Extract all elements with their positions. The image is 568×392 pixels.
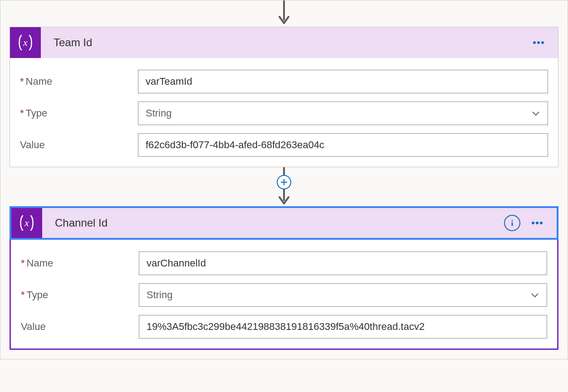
card-body: *Name *Type String Value bbox=[11, 240, 557, 348]
field-label-type: *Type bbox=[21, 289, 139, 301]
svg-point-4 bbox=[541, 41, 544, 44]
type-select[interactable]: String bbox=[139, 283, 547, 307]
svg-point-11 bbox=[532, 222, 534, 224]
svg-rect-10 bbox=[512, 223, 513, 226]
flow-connector bbox=[10, 167, 558, 206]
field-label-value: Value bbox=[21, 321, 139, 333]
add-step-button[interactable] bbox=[277, 175, 291, 189]
more-horizontal-icon bbox=[532, 36, 545, 49]
more-horizontal-icon bbox=[530, 216, 544, 230]
card-title: Channel Id bbox=[55, 217, 504, 229]
info-button[interactable] bbox=[504, 215, 520, 231]
field-label-name: *Name bbox=[20, 76, 138, 87]
card-body: *Name *Type String Value bbox=[10, 58, 558, 167]
value-input[interactable] bbox=[138, 133, 548, 157]
info-icon bbox=[508, 218, 517, 227]
svg-text:x: x bbox=[23, 37, 28, 48]
card-header-channel-id[interactable]: x Channel Id bbox=[10, 206, 558, 240]
variable-icon: x bbox=[10, 27, 41, 58]
card-header-team-id[interactable]: x Team Id bbox=[10, 27, 558, 58]
plus-icon bbox=[280, 179, 288, 186]
field-label-name: *Name bbox=[21, 257, 139, 269]
name-input[interactable] bbox=[139, 252, 547, 275]
type-select[interactable]: String bbox=[138, 102, 548, 125]
field-label-type: *Type bbox=[20, 107, 138, 119]
value-input[interactable] bbox=[139, 315, 547, 339]
arrow-down-icon bbox=[277, 0, 291, 27]
svg-point-2 bbox=[533, 41, 536, 44]
variable-card-team-id: x Team Id *Name bbox=[10, 27, 558, 167]
name-input[interactable] bbox=[138, 70, 548, 93]
flow-arrow bbox=[10, 0, 558, 27]
flow-canvas: x Team Id *Name bbox=[0, 0, 568, 359]
more-button[interactable] bbox=[530, 216, 544, 230]
svg-point-9 bbox=[511, 220, 513, 221]
svg-text:x: x bbox=[24, 217, 29, 228]
more-button[interactable] bbox=[532, 36, 545, 49]
svg-point-3 bbox=[537, 41, 540, 44]
variable-card-channel-id: x Channel Id bbox=[10, 206, 558, 350]
variable-icon: x bbox=[11, 208, 42, 238]
field-label-value: Value bbox=[20, 139, 138, 151]
card-title: Team Id bbox=[54, 36, 532, 49]
svg-point-12 bbox=[536, 222, 539, 224]
svg-point-13 bbox=[540, 222, 543, 224]
